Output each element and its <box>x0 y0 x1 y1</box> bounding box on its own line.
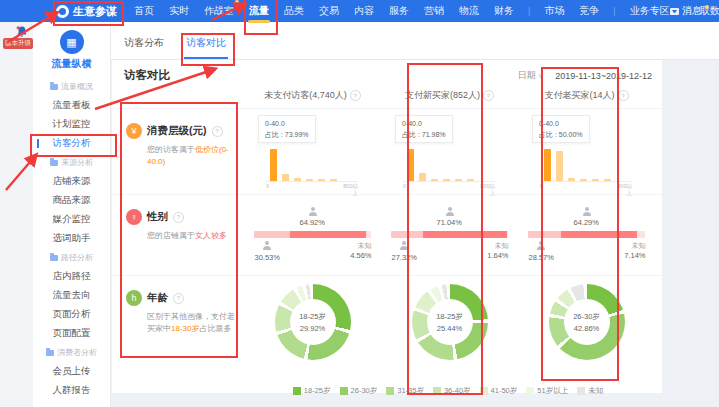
folder-icon <box>50 160 58 166</box>
row-label: ♀性别?您的店铺属于女人较多 <box>122 195 244 275</box>
legend-swatch <box>480 387 488 395</box>
nav-item-7[interactable]: 服务 <box>388 0 410 22</box>
unknown-percent: 4.56% <box>350 251 371 260</box>
nav-item-15[interactable]: 业务专区 <box>629 0 671 22</box>
nav-item-12[interactable]: 市场 <box>543 0 565 22</box>
sidebar-item-页面配置[interactable]: 页面配置 <box>33 327 110 340</box>
gender-segment-female <box>561 231 637 238</box>
date-range-value: 2019-11-13~2019-12-12 <box>555 71 652 81</box>
bar-segment <box>282 174 289 182</box>
sidebar-item-媒介监控[interactable]: 媒介监控 <box>33 213 110 226</box>
male-percent: 27.32% <box>392 253 417 262</box>
folder-icon <box>50 84 58 90</box>
info-icon[interactable]: ? <box>350 90 361 101</box>
age-donut-chart-1[interactable]: 18-25岁25.44% <box>381 276 518 378</box>
nav-item-2[interactable]: 作战室 <box>203 0 235 22</box>
visitor-compare-card: 访客对比 日期 ∨ 2019-11-13~2019-12-12 未支付访客(4,… <box>112 60 662 393</box>
donut: 18-25岁29.92% <box>275 284 351 360</box>
sidebar-item-流量看板[interactable]: 流量看板 <box>33 99 110 112</box>
legend-item-6: 未知 <box>577 386 603 396</box>
sidebar-item-人群报告[interactable]: 人群报告 <box>33 384 110 397</box>
bar-segment <box>556 151 563 181</box>
female-percent: 71.04% <box>437 218 462 227</box>
sidebar-item-流量去向[interactable]: 流量去向 <box>33 289 110 302</box>
consumption-bar-chart-0[interactable]: 0-40.0占比 : 73.99%0800以上 <box>244 109 381 197</box>
legend-label: 41-50岁 <box>491 386 518 396</box>
sidebar-item-商品来源[interactable]: 商品来源 <box>33 194 110 207</box>
sidebar-section-header-2: 路径分析 <box>33 248 110 267</box>
app-logo[interactable]: 生意参谋 <box>56 4 117 19</box>
donut-center-value: 42.86% <box>574 324 599 333</box>
consumption-bar-chart-1[interactable]: 0-40.0占比 : 71.98%0800以上 <box>381 109 518 197</box>
sidebar-row: 店铺来源 <box>33 172 110 191</box>
sidebar-item-会员上传[interactable]: 会员上传 <box>33 365 110 378</box>
sidebar-row: 会员上传 <box>33 362 110 381</box>
nav-item-9[interactable]: 物流 <box>458 0 480 22</box>
tab-bar: 访客分布访客对比 <box>110 22 719 60</box>
nav-item-1[interactable]: 实时 <box>168 0 190 22</box>
top-navbar: 生意参谋 首页实时作战室流量品类交易内容服务营销物流财务|市场竞争|业务专区|取… <box>0 0 719 22</box>
chart-tooltip: 0-40.0占比 : 73.99% <box>258 115 316 143</box>
donut-center-label: 18-25岁 <box>436 312 463 322</box>
sidebar-item-店铺来源[interactable]: 店铺来源 <box>33 175 110 188</box>
consumption-bar-chart-2[interactable]: 0-40.0占比 : 50.00%0800以上 <box>518 109 655 197</box>
gender-segment-male <box>391 231 423 238</box>
bar-segment <box>294 178 301 181</box>
gender-chart-0[interactable]: 64.92%30.53%未知4.56% <box>244 195 381 275</box>
gender-icon: ♀ <box>126 209 142 225</box>
date-filter[interactable]: 日期 ∨ <box>518 69 544 82</box>
tab-1[interactable]: 访客对比 <box>184 36 228 59</box>
info-icon[interactable]: ? <box>173 212 184 223</box>
nav-item-4[interactable]: 品类 <box>283 0 305 22</box>
sidebar-row: 流量去向 <box>33 286 110 305</box>
legend-item-0: 18-25岁 <box>293 386 331 396</box>
nav-item-8[interactable]: 营销 <box>423 0 445 22</box>
nav-item-13[interactable]: 竞争 <box>578 0 600 22</box>
column-header-0: 未支付访客(4,740人)? <box>244 89 381 102</box>
nav-item-3[interactable]: 流量 <box>248 0 270 22</box>
donut-center: 18-25岁29.92% <box>290 299 336 345</box>
gender-chart-2[interactable]: 64.29%28.57%未知7.14% <box>518 195 655 275</box>
sidebar-item-页面分析[interactable]: 页面分析 <box>33 308 110 321</box>
legend-item-2: 31-35岁 <box>386 386 424 396</box>
age-legend: 18-25岁26-30岁31-35岁36-40岁41-50岁51岁以上未知 <box>234 386 662 396</box>
age-donut-chart-0[interactable]: 18-25岁29.92% <box>244 276 381 378</box>
info-icon[interactable]: ? <box>483 90 494 101</box>
sidebar-section-header-1: 来源分析 <box>33 153 110 172</box>
sidebar-item-选词助手[interactable]: 选词助手 <box>33 232 110 245</box>
sidebar-item-店内路径[interactable]: 店内路径 <box>33 270 110 283</box>
info-icon[interactable]: ? <box>212 126 223 137</box>
bar-segment <box>580 179 587 182</box>
sidebar-item-计划监控[interactable]: 计划监控 <box>33 118 110 131</box>
row-title-label: 年龄 <box>147 291 168 305</box>
legend-label: 36-40岁 <box>444 386 471 396</box>
info-icon[interactable]: ? <box>173 293 184 304</box>
sidebar-item-访客分析[interactable]: 访客分析 <box>33 137 110 150</box>
sidebar-row: 页面配置 <box>33 324 110 343</box>
info-icon[interactable]: ? <box>618 90 629 101</box>
nav-item-10[interactable]: 财务 <box>493 0 515 22</box>
legend-swatch <box>577 387 585 395</box>
legend-swatch <box>386 387 394 395</box>
female-percent: 64.29% <box>574 218 599 227</box>
nav-item-5[interactable]: 交易 <box>318 0 340 22</box>
male-person-icon <box>262 241 272 251</box>
age-donut-chart-2[interactable]: 26-30岁42.86% <box>518 276 655 378</box>
legend-label: 18-25岁 <box>304 386 331 396</box>
row-description-highlight: 低价位(0-40.0) <box>147 145 229 166</box>
nav-item-0[interactable]: 首页 <box>133 0 155 22</box>
chevron-down-icon: ∨ <box>538 72 543 79</box>
nav-item-6[interactable]: 内容 <box>353 0 375 22</box>
donut: 26-30岁42.86% <box>549 284 625 360</box>
column-header-label: 支付新买家(852人) <box>405 89 480 102</box>
version-upgrade-badge[interactable]: 版本升级 <box>3 38 33 49</box>
donut-center-value: 25.44% <box>437 324 462 333</box>
male-person-icon <box>399 241 409 251</box>
messages-button[interactable]: 消息 <box>670 0 709 22</box>
product-name: 流量纵横 <box>33 57 110 71</box>
tab-0[interactable]: 访客分布 <box>122 36 166 59</box>
row-title-label: 性别 <box>147 210 168 224</box>
consumption-level-icon: ¥ <box>126 123 142 139</box>
gender-chart-1[interactable]: 71.04%27.32%未知1.64% <box>381 195 518 275</box>
metric-row-2: h年龄?区别于其他画像，支付老买家中18-30岁占比最多18-25岁29.92%… <box>112 275 662 378</box>
